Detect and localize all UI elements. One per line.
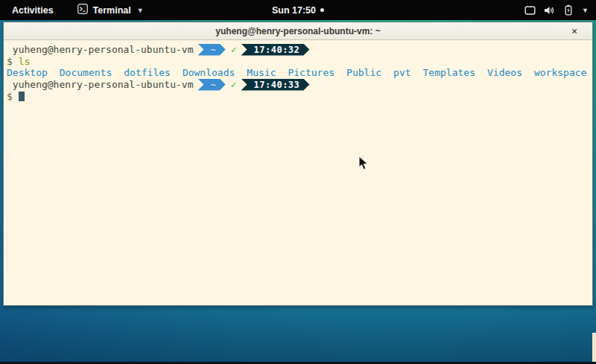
directory-name: Documents (60, 67, 112, 78)
directory-name: Videos (487, 67, 522, 78)
prompt-cwd-segment: ~ (197, 79, 225, 91)
prompt-dollar: $ (7, 91, 13, 102)
command-text: ls (19, 56, 31, 67)
command-line: $ ls (7, 56, 589, 67)
system-status-area[interactable]: ▼ (524, 4, 589, 16)
prompt-user-host: yuheng@henry-personal-ubuntu-vm (7, 44, 193, 55)
text-cursor (19, 92, 25, 101)
directory-name: Templates (423, 67, 475, 78)
directory-name: workspace (534, 67, 586, 78)
prompt-user-host: yuheng@henry-personal-ubuntu-vm (7, 79, 193, 90)
app-menu-label: Terminal (93, 5, 131, 16)
prompt-time-segment: 17:40:33 (241, 79, 310, 91)
window-title-bar[interactable]: yuheng@henry-personal-ubuntu-vm: ~ × (4, 22, 592, 40)
window-title: yuheng@henry-personal-ubuntu-vm: ~ (215, 26, 380, 36)
prompt-line: yuheng@henry-personal-ubuntu-vm ~ ✓ 17:4… (7, 78, 589, 91)
chevron-down-icon: ▼ (137, 7, 144, 14)
prompt-line: yuheng@henry-personal-ubuntu-vm ~ ✓ 17:4… (7, 43, 589, 56)
activities-button[interactable]: Activities (9, 5, 57, 16)
top-bar: Activities Terminal ▼ Sun 17:50 (0, 0, 596, 20)
prompt-dollar: $ (7, 56, 13, 67)
clock-label: Sun 17:50 (272, 5, 316, 16)
check-icon: ✓ (231, 44, 237, 55)
directory-name: Desktop (7, 67, 48, 78)
display-icon (524, 5, 536, 16)
system-menu-chevron-icon: ▼ (582, 7, 589, 14)
directory-name: Pictures (288, 67, 335, 78)
volume-icon (544, 5, 555, 16)
prompt-cwd-segment: ~ (197, 44, 225, 56)
terminal-content[interactable]: yuheng@henry-personal-ubuntu-vm ~ ✓ 17:4… (4, 40, 592, 305)
prompt-time-segment: 17:40:32 (241, 44, 310, 56)
ls-output-line: Desktop Documents dotfiles Downloads Mus… (7, 67, 589, 78)
directory-name: Public (346, 67, 381, 78)
directory-name: Downloads (183, 67, 235, 78)
notification-dot-icon (320, 8, 324, 12)
directory-name: pvt (393, 67, 410, 78)
close-button[interactable]: × (568, 25, 580, 37)
terminal-window: yuheng@henry-personal-ubuntu-vm: ~ × yuh… (3, 22, 593, 306)
directory-name: Music (247, 67, 276, 78)
terminal-app-icon (77, 4, 88, 16)
battery-charging-icon (563, 4, 574, 16)
check-icon: ✓ (231, 79, 237, 90)
app-menu[interactable]: Terminal ▼ (77, 4, 144, 16)
input-line[interactable]: $ (7, 91, 589, 102)
desktop: Activities Terminal ▼ Sun 17:50 (0, 0, 596, 364)
directory-name: dotfiles (124, 67, 171, 78)
clock[interactable]: Sun 17:50 (272, 5, 324, 16)
bottom-right-notch (592, 333, 596, 362)
